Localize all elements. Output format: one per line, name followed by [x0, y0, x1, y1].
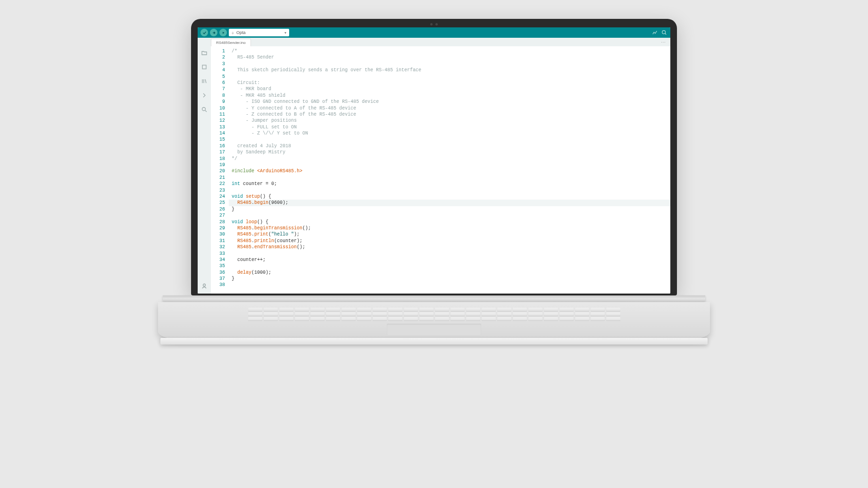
- code-line[interactable]: RS485.begin(9600);: [229, 200, 670, 206]
- code-line[interactable]: delay(1000);: [232, 269, 670, 276]
- tab-bar: RS485Sender.ino ⋯: [198, 38, 670, 46]
- upload-button[interactable]: [210, 29, 217, 36]
- code-editor[interactable]: 1234567891011121314151617181920212223242…: [211, 46, 670, 294]
- code-area[interactable]: /* RS-485 Sender This sketch periodicall…: [229, 46, 670, 294]
- code-line[interactable]: }: [232, 206, 670, 212]
- check-icon: [202, 31, 207, 35]
- chevron-down-icon: ▾: [284, 31, 286, 35]
- debug-panel-button[interactable]: [200, 92, 208, 99]
- activity-bar: [198, 46, 211, 294]
- code-line[interactable]: #include <ArduinoRS485.h>: [232, 168, 670, 174]
- code-line[interactable]: [232, 162, 670, 168]
- code-line[interactable]: /*: [232, 48, 670, 54]
- code-line[interactable]: RS-485 Sender: [232, 54, 670, 60]
- code-line[interactable]: counter++;: [232, 257, 670, 263]
- code-line[interactable]: [232, 136, 670, 143]
- account-button[interactable]: [200, 282, 208, 290]
- serial-plotter-button[interactable]: [651, 29, 658, 36]
- search-icon: [201, 106, 208, 113]
- board-selector[interactable]: ⏚ Opta ▾: [229, 29, 289, 36]
- svg-point-0: [662, 31, 666, 34]
- arduino-ide-window: ⏚ Opta ▾ RS485Sender.ino ⋯: [198, 27, 670, 294]
- board-icon: [201, 64, 208, 70]
- code-line[interactable]: [232, 61, 670, 67]
- books-icon: [201, 78, 208, 84]
- svg-rect-1: [202, 65, 206, 69]
- line-gutter: 1234567891011121314151617181920212223242…: [211, 46, 229, 294]
- arrow-right-icon: [212, 31, 216, 35]
- code-line[interactable]: [232, 187, 670, 194]
- serial-monitor-button[interactable]: [661, 29, 668, 36]
- code-line[interactable]: [232, 251, 670, 257]
- bug-icon: [201, 92, 208, 99]
- board-name: Opta: [236, 30, 246, 35]
- editor-main: 1234567891011121314151617181920212223242…: [198, 46, 670, 294]
- tab-overflow-button[interactable]: ⋯: [661, 40, 666, 45]
- code-line[interactable]: - ISO GND connected to GND of the RS-485…: [232, 99, 670, 105]
- play-debug-icon: [221, 31, 225, 35]
- debug-button[interactable]: [219, 29, 227, 36]
- desk-shelf: [160, 338, 708, 345]
- svg-point-2: [202, 108, 206, 111]
- code-line[interactable]: - MKR 485 shield: [232, 93, 670, 99]
- code-line[interactable]: - MKR board: [232, 86, 670, 92]
- folder-icon: [201, 50, 208, 56]
- code-line[interactable]: RS485.println(counter);: [232, 238, 670, 244]
- code-line[interactable]: Circuit:: [232, 80, 670, 86]
- laptop-base: [191, 295, 677, 339]
- code-line[interactable]: RS485.print("hello ");: [232, 231, 670, 237]
- boards-manager-button[interactable]: [200, 63, 208, 71]
- code-line[interactable]: void setup() {: [232, 194, 670, 200]
- magnify-icon: [661, 30, 667, 35]
- laptop-mockup: ⏚ Opta ▾ RS485Sender.ino ⋯: [191, 19, 677, 339]
- code-line[interactable]: RS485.endTransmission();: [232, 244, 670, 250]
- code-line[interactable]: void loop() {: [232, 219, 670, 225]
- code-line[interactable]: - Jumper positions: [232, 118, 670, 124]
- code-line[interactable]: [232, 263, 670, 269]
- search-button[interactable]: [200, 106, 208, 113]
- code-line[interactable]: created 4 July 2018: [232, 143, 670, 149]
- code-line[interactable]: - Z \/\/ Y set to ON: [232, 130, 670, 136]
- user-icon: [201, 283, 208, 289]
- code-line[interactable]: }: [232, 276, 670, 282]
- library-manager-button[interactable]: [200, 77, 208, 85]
- code-line[interactable]: [232, 282, 670, 288]
- code-line[interactable]: */: [232, 156, 670, 162]
- code-line[interactable]: [232, 74, 670, 80]
- sketchbook-button[interactable]: [200, 49, 208, 57]
- toolbar: ⏚ Opta ▾: [198, 27, 670, 38]
- keyboard: [158, 302, 710, 339]
- svg-point-3: [203, 284, 206, 286]
- code-line[interactable]: This sketch periodically sends a string …: [232, 67, 670, 73]
- code-line[interactable]: - FULL set to ON: [232, 124, 670, 130]
- code-line[interactable]: [232, 212, 670, 219]
- code-line[interactable]: - Y connected to A of the RS-485 device: [232, 105, 670, 111]
- code-line[interactable]: by Sandeep Mistry: [232, 149, 670, 155]
- file-tab-label: RS485Sender.ino: [216, 41, 246, 45]
- screen-bezel: ⏚ Opta ▾ RS485Sender.ino ⋯: [191, 19, 677, 295]
- plotter-icon: [652, 30, 658, 35]
- camera-notch: [425, 23, 443, 25]
- usb-icon: ⏚: [232, 31, 234, 35]
- code-line[interactable]: int counter = 0;: [232, 181, 670, 187]
- code-line[interactable]: RS485.beginTransmission();: [232, 225, 670, 231]
- code-line[interactable]: [232, 175, 670, 181]
- verify-button[interactable]: [200, 29, 208, 36]
- trackpad: [387, 324, 481, 335]
- file-tab[interactable]: RS485Sender.ino: [211, 39, 251, 46]
- code-line[interactable]: - Z connected to B of the RS-485 device: [232, 111, 670, 118]
